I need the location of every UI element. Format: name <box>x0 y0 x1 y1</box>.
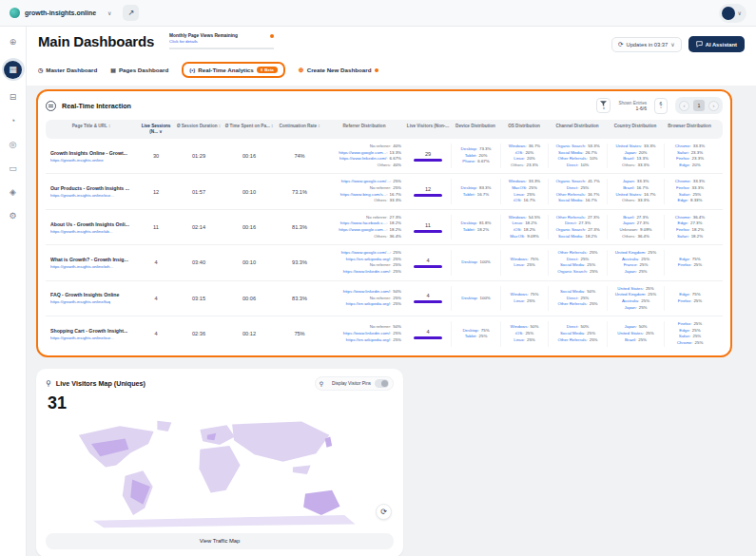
live-visitors-value: 4 <box>405 258 451 263</box>
distribution-cell: Windows:50%iOS:25%Linux:25% <box>500 321 548 346</box>
dist-value: 6.67% <box>477 159 489 163</box>
dist-value: 16.7% <box>588 192 599 197</box>
page-url-link[interactable]: https://growth-insights.online/wh... <box>50 264 137 269</box>
dist-value: 25% <box>527 192 535 197</box>
dist-link: Organic Search: <box>555 179 586 183</box>
updates-timer[interactable]: ⟳ Updates in 03:37 ∨ <box>611 37 682 52</box>
dist-value: 25% <box>525 331 533 336</box>
metric-value: 01:57 <box>175 189 223 195</box>
dist-value: 20% <box>527 156 535 161</box>
dist-link: Safari: <box>679 334 691 338</box>
dist-value: 33.3% <box>637 179 649 183</box>
dist-value: 50% <box>531 324 539 329</box>
view-traffic-map-button[interactable]: View Traffic Map <box>46 533 394 549</box>
table-row[interactable]: Our Products - Growth Insights ...https:… <box>46 174 723 209</box>
site-favicon-icon <box>10 8 20 18</box>
visitors-bar <box>414 300 442 303</box>
map-japan <box>325 436 333 447</box>
dist-link: Japan: <box>625 324 637 329</box>
dist-link: Chrome: <box>677 340 693 345</box>
distribution-cell: No referrer:50%https://www.linkedin.com/… <box>323 321 405 346</box>
metric-value: 4 <box>137 259 175 265</box>
dist-value: 73.3% <box>479 146 491 151</box>
refresh-icon: ⟳ <box>618 41 623 48</box>
account-menu[interactable]: ∨ <box>719 4 746 23</box>
column-header[interactable]: Continuation Rate ↕ <box>276 124 323 135</box>
dist-value: 25% <box>590 301 598 306</box>
dist-value: 25% <box>393 331 401 336</box>
tab-master-dashboard[interactable]: ◷Master Dashboard <box>38 67 97 73</box>
dist-link: Japan: <box>623 179 635 183</box>
page-url-link[interactable]: https://growth-insights.online/ab... <box>50 229 137 234</box>
current-page[interactable]: 1 <box>693 100 705 111</box>
add-icon[interactable]: ⊕ <box>6 34 21 49</box>
table-row[interactable]: Growth Insights Online - Growt...https:/… <box>46 139 723 174</box>
dist-link: Desktop: <box>462 328 478 333</box>
distribution-cell: Japan:33.3%Brazil:16.7%United States:16.… <box>607 179 664 203</box>
table-row[interactable]: What is Growth? - Growth Insig...https:/… <box>46 245 723 280</box>
table-row[interactable]: Shopping Cart - Growth Insight...https:/… <box>46 316 723 351</box>
dist-value: 25% <box>393 301 401 306</box>
tab-pages-dashboard[interactable]: ▤Pages Dashboard <box>110 67 168 73</box>
dist-link: https://www.linkedin.com/: <box>343 289 392 294</box>
chevron-down-icon: ∨ <box>670 41 674 48</box>
page-url-link[interactable]: https://growth-insights.online/our... <box>50 193 137 198</box>
sessions-icon[interactable]: ▭ <box>6 161 21 176</box>
page-title-cell: About Us - Growth Insights Onli...https:… <box>46 221 137 234</box>
dashboards-icon[interactable]: ▦ <box>2 58 25 81</box>
ai-assistant-button[interactable]: AI Assistant <box>688 36 745 52</box>
dist-value: 25% <box>527 298 535 303</box>
dist-value: 36.4% <box>637 234 649 239</box>
dist-value: 25% <box>693 262 702 267</box>
prev-page-button[interactable]: ‹ <box>679 101 689 111</box>
distribution-cell: Desktop:100% <box>451 286 500 311</box>
site-selector[interactable]: growth-insights.online <box>10 8 96 18</box>
dist-link: iOS: <box>514 198 522 202</box>
column-header: Browser Distribution <box>664 124 715 135</box>
dist-link: Edge: <box>679 328 689 333</box>
dist-link: https://en.wikipedia.org/: <box>346 257 391 261</box>
quota-details-link[interactable]: Click for details <box>169 39 274 44</box>
dist-link: https://en.wikipedia.org/: <box>346 337 391 342</box>
column-header[interactable]: Ø Time Spent on Pa... ↕ <box>223 124 276 135</box>
column-header[interactable]: Live Sessions (N... ∨ <box>137 124 175 135</box>
realtime-icon[interactable]: ◔ <box>6 113 21 128</box>
quota-widget[interactable]: Monthly Page Views Remaining Click for d… <box>169 33 274 49</box>
next-page-button[interactable]: › <box>708 101 719 111</box>
tab-real-time-analytics[interactable]: (•)Real-Time AnalyticsBeta <box>182 62 285 78</box>
reports-icon[interactable]: ⊟ <box>6 89 21 105</box>
dist-link: Firefox: <box>676 185 690 190</box>
dist-link: https://www.facebook.c...: <box>340 220 388 225</box>
beta-badge: Beta <box>257 67 278 73</box>
visitor-pins-toggle-group[interactable]: ⚲ Display Visitor Pins <box>315 376 394 391</box>
dist-value: 16.7% <box>477 192 489 197</box>
open-site-button[interactable]: ↗ <box>123 5 139 21</box>
table-row[interactable]: About Us - Growth Insights Onli...https:… <box>46 210 723 245</box>
dist-value: 27.3% <box>588 215 599 220</box>
column-header: OS Distribution <box>500 124 548 135</box>
page-url-link[interactable]: https://growth-insights.online/our... <box>50 336 137 340</box>
dist-value: 13.3% <box>636 156 648 161</box>
dist-value: 25% <box>639 305 648 310</box>
filter-button[interactable]: ∨ <box>596 98 611 113</box>
dist-link: Direct: <box>567 163 579 167</box>
page-url-link[interactable]: https://growth-insights.online <box>50 158 137 163</box>
live-visitors-value: 29 <box>405 151 451 157</box>
refresh-icon: ⟳ <box>380 508 387 516</box>
column-header[interactable]: Page Title & URL ↕ <box>46 124 137 135</box>
page-title-cell: Our Products - Growth Insights ...https:… <box>46 185 137 198</box>
page-url-link[interactable]: https://growth-insights.online/faq <box>50 299 137 304</box>
settings-icon[interactable]: ⚙ <box>6 208 21 223</box>
map-refresh-button[interactable]: ⟳ <box>376 504 392 520</box>
privacy-icon[interactable]: ◈ <box>6 184 21 200</box>
goals-icon[interactable]: ◎ <box>6 137 21 152</box>
distribution-cell: United States:33.3%Japan:20%Brazil:13.3%… <box>607 144 664 168</box>
dist-value: 25% <box>648 250 656 255</box>
table-row[interactable]: FAQ - Growth Insights Onlinehttps://grow… <box>46 281 723 316</box>
visitor-pins-switch[interactable] <box>375 379 389 388</box>
chevron-down-icon[interactable]: ∨ <box>107 10 111 16</box>
dist-link: Linux: <box>514 156 525 161</box>
column-header[interactable]: Ø Session Duration ↕ <box>175 124 223 135</box>
page-size-select[interactable]: 6 ∨ <box>654 98 668 114</box>
tab-create-new-dashboard[interactable]: ⊕Create New Dashboard <box>299 67 379 74</box>
